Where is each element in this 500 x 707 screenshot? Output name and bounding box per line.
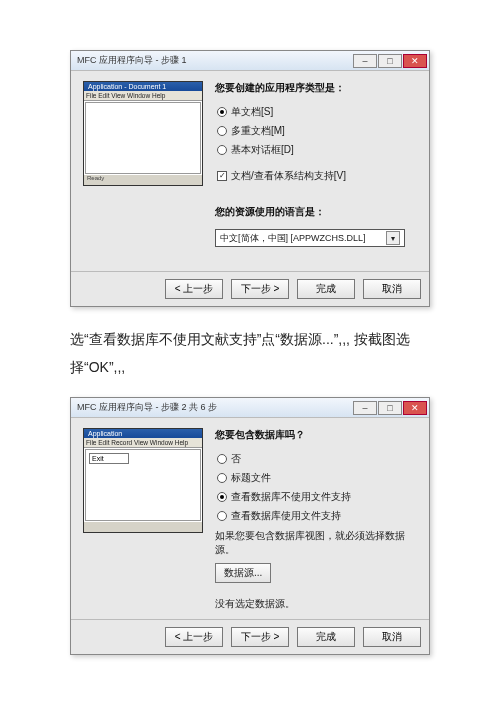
cancel-button[interactable]: 取消 bbox=[363, 627, 421, 647]
preview-menu: File Edit View Window Help bbox=[84, 91, 202, 101]
preview-title: Application - Document 1 bbox=[88, 83, 198, 90]
radio-mdi[interactable]: 多重文档[M] bbox=[217, 124, 417, 138]
preview-status: Ready bbox=[84, 175, 202, 185]
radio-icon bbox=[217, 473, 227, 483]
checkbox-icon bbox=[217, 171, 227, 181]
radio-db-file[interactable]: 查看数据库使用文件支持 bbox=[217, 509, 417, 523]
radio-sdi[interactable]: 单文档[S] bbox=[217, 105, 417, 119]
preview-pane: Application - Document 1 File Edit View … bbox=[83, 81, 203, 263]
datasource-button[interactable]: 数据源... bbox=[215, 563, 271, 583]
check-docview[interactable]: 文档/查看体系结构支持[V] bbox=[217, 169, 417, 183]
radio-icon bbox=[217, 454, 227, 464]
radio-db-no[interactable]: 否 bbox=[217, 452, 417, 466]
language-select[interactable]: 中文[简体，中国] [APPWZCHS.DLL] ▾ bbox=[215, 229, 405, 247]
finish-button[interactable]: 完成 bbox=[297, 279, 355, 299]
language-value: 中文[简体，中国] [APPWZCHS.DLL] bbox=[220, 232, 366, 245]
radio-db-header[interactable]: 标题文件 bbox=[217, 471, 417, 485]
preview-pane: Application File Edit Record View Window… bbox=[83, 428, 203, 611]
preview-menu: File Edit Record View Window Help bbox=[84, 438, 202, 448]
instruction-text: 选“查看数据库不使用文献支持”点“数据源...”,,, 按截图选择“OK”,,, bbox=[70, 325, 450, 381]
titlebar: MFC 应用程序向导 - 步骤 2 共 6 步 – □ ✕ bbox=[71, 398, 429, 418]
wizard-dialog-step2: MFC 应用程序向导 - 步骤 2 共 6 步 – □ ✕ Applicatio… bbox=[70, 397, 430, 655]
radio-icon bbox=[217, 511, 227, 521]
close-icon[interactable]: ✕ bbox=[403, 401, 427, 415]
back-button[interactable]: < 上一步 bbox=[165, 627, 223, 647]
next-button[interactable]: 下一步 > bbox=[231, 627, 289, 647]
next-button[interactable]: 下一步 > bbox=[231, 279, 289, 299]
db-note: 如果您要包含数据库视图，就必须选择数据源。 bbox=[215, 529, 417, 557]
preview-cell: Exit bbox=[89, 453, 129, 464]
lang-prompt: 您的资源使用的语言是： bbox=[215, 205, 417, 219]
titlebar: MFC 应用程序向导 - 步骤 1 – □ ✕ bbox=[71, 51, 429, 71]
minimize-icon[interactable]: – bbox=[353, 401, 377, 415]
button-bar: < 上一步 下一步 > 完成 取消 bbox=[71, 619, 429, 654]
close-icon[interactable]: ✕ bbox=[403, 54, 427, 68]
chevron-down-icon: ▾ bbox=[386, 231, 400, 245]
button-bar: < 上一步 下一步 > 完成 取消 bbox=[71, 271, 429, 306]
radio-icon bbox=[217, 107, 227, 117]
radio-icon bbox=[217, 126, 227, 136]
radio-icon bbox=[217, 492, 227, 502]
minimize-icon[interactable]: – bbox=[353, 54, 377, 68]
radio-dialog[interactable]: 基本对话框[D] bbox=[217, 143, 417, 157]
dialog-title: MFC 应用程序向导 - 步骤 1 bbox=[77, 54, 353, 67]
maximize-icon[interactable]: □ bbox=[378, 54, 402, 68]
db-prompt: 您要包含数据库吗？ bbox=[215, 428, 417, 442]
back-button[interactable]: < 上一步 bbox=[165, 279, 223, 299]
cancel-button[interactable]: 取消 bbox=[363, 279, 421, 299]
app-type-prompt: 您要创建的应用程序类型是： bbox=[215, 81, 417, 95]
radio-db-nofile[interactable]: 查看数据库不使用文件支持 bbox=[217, 490, 417, 504]
wizard-dialog-step1: MFC 应用程序向导 - 步骤 1 – □ ✕ Application - Do… bbox=[70, 50, 430, 307]
radio-icon bbox=[217, 145, 227, 155]
preview-title: Application bbox=[88, 430, 198, 437]
dialog-title: MFC 应用程序向导 - 步骤 2 共 6 步 bbox=[77, 401, 353, 414]
finish-button[interactable]: 完成 bbox=[297, 627, 355, 647]
db-status: 没有选定数据源。 bbox=[215, 597, 417, 611]
maximize-icon[interactable]: □ bbox=[378, 401, 402, 415]
